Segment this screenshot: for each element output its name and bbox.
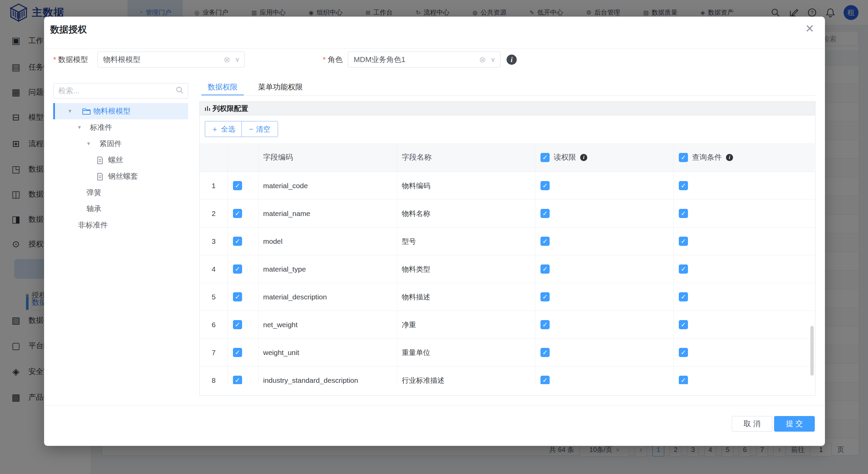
- permission-table-body: 1material_code物料编码2material_name物料名称3mod…: [200, 172, 815, 384]
- tree-node-1[interactable]: ▾标准件: [53, 119, 188, 136]
- read-permission-checkbox[interactable]: [540, 292, 550, 301]
- column-permission-panel: 列权限配置 ＋全选 −清空 字段编码 字段名称 读权限 i 查询条件 i: [199, 101, 815, 396]
- read-permission-checkbox[interactable]: [540, 181, 550, 190]
- read-permission-cell: [535, 200, 674, 227]
- tabs-bottom-border: [201, 95, 815, 96]
- info-icon[interactable]: i: [726, 154, 733, 161]
- read-permission-cell: [535, 339, 674, 366]
- chevron-down-icon: ∨: [491, 56, 495, 63]
- field-code-cell: industry_standard_description: [259, 367, 397, 384]
- read-permission-checkbox[interactable]: [540, 348, 550, 357]
- data-model-select[interactable]: 物料根模型 ⊗ ∨: [97, 52, 245, 67]
- query-condition-checkbox[interactable]: [679, 264, 688, 274]
- tab-data-permission[interactable]: 数据权限: [201, 80, 244, 95]
- query-condition-checkbox[interactable]: [679, 348, 688, 357]
- tree-node-0[interactable]: ▾物料根模型: [53, 103, 188, 119]
- caret-down-icon[interactable]: ▾: [78, 119, 81, 136]
- search-icon: [176, 86, 184, 96]
- info-icon[interactable]: i: [507, 55, 517, 65]
- field-code-cell: material_code: [259, 172, 397, 199]
- tree-node-6[interactable]: 轴承: [53, 201, 188, 217]
- info-icon[interactable]: i: [580, 154, 587, 161]
- row-index: 6: [200, 311, 228, 338]
- tree-node-7[interactable]: 非标准件: [53, 217, 188, 233]
- close-icon[interactable]: ×: [802, 19, 817, 38]
- tree-node-label: 物料根模型: [93, 103, 131, 119]
- tree-search-input[interactable]: 检索...: [53, 83, 188, 99]
- field-code-cell: weight_unit: [259, 339, 397, 366]
- tree-node-label: 弹簧: [86, 184, 101, 201]
- cancel-button[interactable]: 取 消: [732, 416, 772, 432]
- row-select-cell: [228, 339, 259, 366]
- index-column-header: [200, 143, 228, 172]
- query-condition-cell: [674, 172, 814, 199]
- minus-icon: −: [249, 125, 253, 133]
- role-select[interactable]: MDM业务角色1 ⊗ ∨: [348, 52, 500, 67]
- row-checkbox[interactable]: [233, 348, 242, 357]
- row-checkbox[interactable]: [233, 209, 242, 218]
- read-permission-checkbox[interactable]: [540, 237, 550, 246]
- field-code-column-header: 字段编码: [259, 143, 397, 172]
- submit-button[interactable]: 提 交: [774, 416, 815, 432]
- bulk-actions: ＋全选 −清空: [205, 121, 278, 137]
- read-permission-checkbox[interactable]: [540, 209, 550, 218]
- query-condition-cell: [674, 311, 814, 338]
- panel-title: 列权限配置: [213, 104, 248, 113]
- table-scrollbar-thumb[interactable]: [810, 326, 814, 376]
- table-row-net_weight: 6net_weight净重: [200, 311, 815, 339]
- tab-menu-function-permission[interactable]: 菜单功能权限: [254, 80, 307, 95]
- select-all-button[interactable]: ＋全选: [205, 121, 241, 137]
- panel-header: 列权限配置: [200, 102, 815, 115]
- query-condition-header-checkbox[interactable]: [679, 153, 688, 162]
- query-condition-cell: [674, 367, 814, 384]
- caret-down-icon[interactable]: ▾: [68, 103, 72, 119]
- read-permission-checkbox[interactable]: [540, 264, 550, 274]
- tree-node-4[interactable]: 钢丝螺套: [53, 168, 188, 184]
- query-condition-checkbox[interactable]: [679, 237, 688, 246]
- field-name-cell: 净重: [397, 311, 535, 338]
- read-permission-header-checkbox[interactable]: [540, 153, 550, 162]
- folder-icon: [82, 107, 91, 116]
- clear-icon[interactable]: ⊗: [223, 55, 230, 64]
- clear-icon[interactable]: ⊗: [479, 55, 486, 64]
- row-checkbox[interactable]: [233, 237, 242, 246]
- clear-button[interactable]: −清空: [241, 121, 278, 137]
- tree-node-label: 钢丝螺套: [108, 168, 138, 184]
- query-condition-checkbox[interactable]: [679, 320, 688, 329]
- read-permission-checkbox[interactable]: [540, 320, 550, 329]
- row-checkbox[interactable]: [233, 264, 242, 274]
- checkbox-column-header: [228, 143, 259, 172]
- field-name-cell: 型号: [397, 228, 535, 255]
- tree-node-5[interactable]: 弹簧: [53, 184, 188, 201]
- query-condition-checkbox[interactable]: [679, 376, 688, 384]
- caret-down-icon[interactable]: ▾: [87, 136, 90, 152]
- modal-title: 数据授权: [50, 23, 87, 36]
- table-row-model: 3model型号: [200, 228, 815, 255]
- query-condition-cell: [674, 339, 814, 366]
- query-condition-checkbox[interactable]: [679, 292, 688, 301]
- row-checkbox[interactable]: [233, 292, 242, 301]
- row-checkbox[interactable]: [233, 181, 242, 190]
- read-permission-cell: [535, 283, 674, 311]
- row-select-cell: [228, 228, 259, 255]
- row-index: 7: [200, 339, 228, 366]
- column-chart-icon: [204, 105, 211, 112]
- tree-node-3[interactable]: 螺丝: [53, 152, 188, 168]
- row-select-cell: [228, 367, 259, 384]
- read-permission-checkbox[interactable]: [540, 376, 550, 384]
- query-condition-cell: [674, 228, 814, 255]
- row-index: 2: [200, 200, 228, 227]
- row-checkbox[interactable]: [233, 376, 242, 384]
- required-asterisk: *: [323, 55, 326, 64]
- query-condition-checkbox[interactable]: [679, 181, 688, 190]
- permission-table-header: 字段编码 字段名称 读权限 i 查询条件 i: [200, 143, 815, 172]
- query-condition-cell: [674, 255, 814, 283]
- row-checkbox[interactable]: [233, 320, 242, 329]
- query-condition-checkbox[interactable]: [679, 209, 688, 218]
- tree-node-label: 螺丝: [108, 152, 123, 168]
- tree-node-2[interactable]: ▾紧固件: [53, 136, 188, 152]
- document-icon: [97, 156, 103, 166]
- read-permission-cell: [535, 367, 674, 384]
- read-permission-cell: [535, 228, 674, 255]
- modal-footer-divider: [44, 406, 825, 406]
